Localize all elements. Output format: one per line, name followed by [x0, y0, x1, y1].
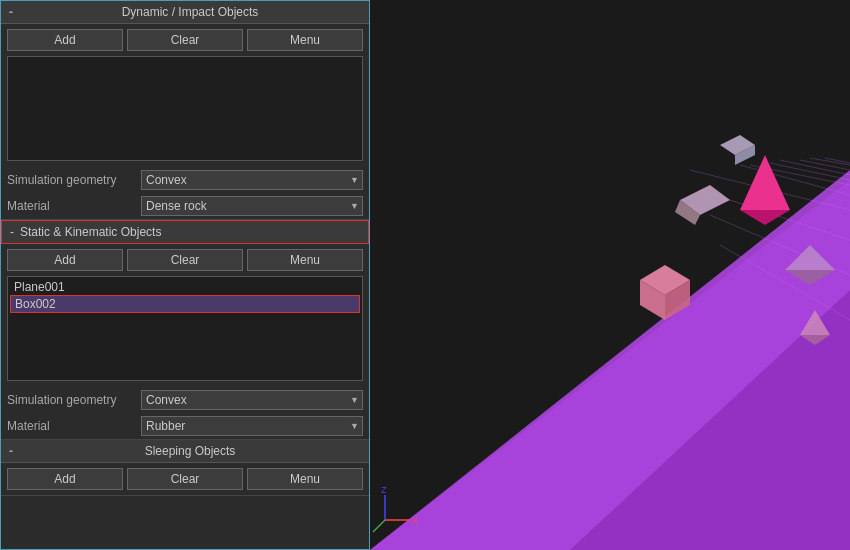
collapse-dash-2: -: [10, 225, 14, 239]
left-panel: - Dynamic / Impact Objects Add Clear Men…: [0, 0, 370, 550]
dynamic-material-select-wrapper: Dense rock Rubber Metal Wood: [141, 196, 363, 216]
dynamic-simgeo-select[interactable]: Convex Box Sphere Capsule: [141, 170, 363, 190]
dynamic-material-label: Material: [7, 199, 137, 213]
static-list-area[interactable]: Plane001 Box002: [7, 276, 363, 381]
collapse-dash-3: -: [9, 444, 13, 458]
svg-text:X: X: [412, 516, 418, 526]
sleeping-add-button[interactable]: Add: [7, 468, 123, 490]
static-simgeo-label: Simulation geometry: [7, 393, 137, 407]
dynamic-section-title: Dynamic / Impact Objects: [19, 5, 361, 19]
static-simgeo-select[interactable]: Convex Box Sphere Capsule: [141, 390, 363, 410]
static-btn-row: Add Clear Menu: [1, 244, 369, 276]
collapse-dash-1: -: [9, 5, 13, 19]
dynamic-simgeo-select-wrapper: Convex Box Sphere Capsule: [141, 170, 363, 190]
sleeping-section-header[interactable]: - Sleeping Objects: [1, 440, 369, 463]
sleeping-btn-row: Add Clear Menu: [1, 463, 369, 495]
dynamic-menu-button[interactable]: Menu: [247, 29, 363, 51]
dynamic-material-select[interactable]: Dense rock Rubber Metal Wood: [141, 196, 363, 216]
dynamic-section: - Dynamic / Impact Objects Add Clear Men…: [1, 1, 369, 220]
static-menu-button[interactable]: Menu: [247, 249, 363, 271]
static-section: - Static & Kinematic Objects Add Clear M…: [1, 220, 369, 440]
dynamic-simgeo-row: Simulation geometry Convex Box Sphere Ca…: [1, 167, 369, 193]
list-item-box002[interactable]: Box002: [10, 295, 360, 313]
dynamic-section-header[interactable]: - Dynamic / Impact Objects: [1, 1, 369, 24]
static-simgeo-row: Simulation geometry Convex Box Sphere Ca…: [1, 387, 369, 413]
sleeping-section-title: Sleeping Objects: [19, 444, 361, 458]
static-section-header[interactable]: - Static & Kinematic Objects: [1, 220, 369, 244]
list-item-plane001[interactable]: Plane001: [10, 279, 360, 295]
svg-text:Z: Z: [381, 485, 387, 495]
viewport-canvas: X Z: [370, 0, 850, 550]
static-clear-button[interactable]: Clear: [127, 249, 243, 271]
dynamic-add-button[interactable]: Add: [7, 29, 123, 51]
dynamic-material-row: Material Dense rock Rubber Metal Wood: [1, 193, 369, 219]
static-material-select[interactable]: Rubber Dense rock Metal Wood: [141, 416, 363, 436]
static-section-title: Static & Kinematic Objects: [20, 225, 161, 239]
dynamic-simgeo-label: Simulation geometry: [7, 173, 137, 187]
dynamic-list-area: [7, 56, 363, 161]
static-add-button[interactable]: Add: [7, 249, 123, 271]
sleeping-clear-button[interactable]: Clear: [127, 468, 243, 490]
dynamic-btn-row: Add Clear Menu: [1, 24, 369, 56]
static-simgeo-select-wrapper: Convex Box Sphere Capsule: [141, 390, 363, 410]
dynamic-clear-button[interactable]: Clear: [127, 29, 243, 51]
static-material-select-wrapper: Rubber Dense rock Metal Wood: [141, 416, 363, 436]
static-material-label: Material: [7, 419, 137, 433]
static-material-row: Material Rubber Dense rock Metal Wood: [1, 413, 369, 439]
sleeping-section: - Sleeping Objects Add Clear Menu: [1, 440, 369, 496]
viewport-panel[interactable]: X Z: [370, 0, 850, 550]
sleeping-menu-button[interactable]: Menu: [247, 468, 363, 490]
